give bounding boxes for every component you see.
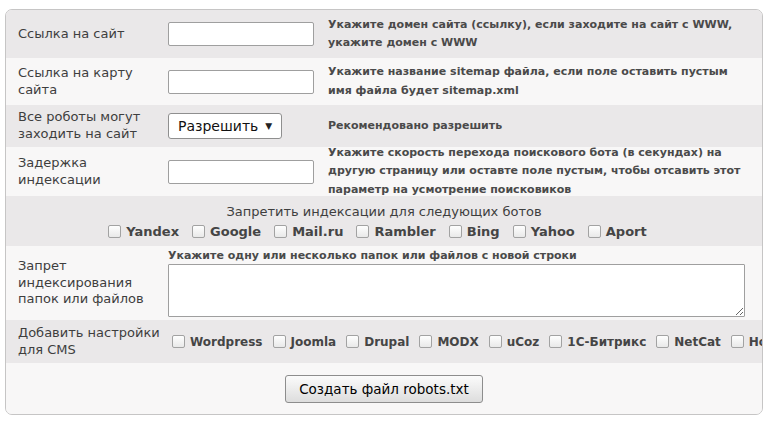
site-link-input[interactable] xyxy=(168,22,314,46)
checkbox-bot-yahoo[interactable]: Yahoo xyxy=(513,224,575,239)
checkbox-icon[interactable] xyxy=(172,335,185,348)
checkbox-icon[interactable] xyxy=(549,335,562,348)
checkbox-icon[interactable] xyxy=(731,335,744,348)
disallow-paths-textarea[interactable] xyxy=(168,264,745,317)
checkbox-icon[interactable] xyxy=(419,335,432,348)
row-crawl-delay: Задержка индексации Укажите скорость пер… xyxy=(6,147,762,196)
checkbox-cms-bitrix[interactable]: 1С-Битрикс xyxy=(549,335,646,349)
checkbox-bot-google[interactable]: Google xyxy=(192,224,261,239)
checkbox-bot-bing[interactable]: Bing xyxy=(449,224,500,239)
checkbox-icon[interactable] xyxy=(108,225,121,238)
cms-list: Wordpress Joomla Drupal MODX uCoz 1С-Бит… xyxy=(168,335,763,349)
crawl-delay-input[interactable] xyxy=(168,160,314,184)
sitemap-link-label: Ссылка на карту сайта xyxy=(18,65,168,99)
checkbox-bot-aport[interactable]: Aport xyxy=(588,224,647,239)
row-block-bots: Запретить индексации для следующих ботов… xyxy=(6,196,762,246)
checkbox-cms-modx[interactable]: MODX xyxy=(419,335,478,349)
checkbox-cms-drupal[interactable]: Drupal xyxy=(346,335,409,349)
block-bots-list: Yandex Google Mail.ru Rambler Bing Yahoo xyxy=(108,224,659,239)
checkbox-icon[interactable] xyxy=(273,335,286,348)
bot-label: Bing xyxy=(467,224,500,239)
cms-item-label: MODX xyxy=(437,335,478,349)
checkbox-bot-rambler[interactable]: Rambler xyxy=(356,224,435,239)
cms-item-label: uCoz xyxy=(507,335,540,349)
crawl-delay-control xyxy=(168,160,328,184)
chevron-down-icon: ▼ xyxy=(265,121,272,131)
row-robots-allow: Все роботы могут заходить на сайт Разреш… xyxy=(6,105,762,147)
robots-allow-select[interactable]: Разрешить ▼ xyxy=(168,113,282,139)
checkbox-bot-yandex[interactable]: Yandex xyxy=(108,224,179,239)
bot-label: Mail.ru xyxy=(292,224,343,239)
disallow-paths-label: Запрет индексирования папок или файлов xyxy=(18,258,168,309)
disallow-paths-control: Укажите одну или несколько папок или фай… xyxy=(168,249,750,317)
checkbox-cms-wordpress[interactable]: Wordpress xyxy=(172,335,263,349)
checkbox-bot-mailru[interactable]: Mail.ru xyxy=(274,224,343,239)
sitemap-link-control xyxy=(168,70,328,94)
bot-label: Aport xyxy=(606,224,647,239)
checkbox-icon[interactable] xyxy=(346,335,359,348)
disallow-paths-hint: Укажите одну или несколько папок или фай… xyxy=(168,249,750,262)
site-link-hint: Укажите домен сайта (ссылку), если заход… xyxy=(328,16,750,52)
site-link-control xyxy=(168,22,328,46)
checkbox-icon[interactable] xyxy=(192,225,205,238)
create-robots-button[interactable]: Создать файл robots.txt xyxy=(285,375,483,403)
bot-label: Rambler xyxy=(374,224,435,239)
checkbox-cms-ucoz[interactable]: uCoz xyxy=(489,335,540,349)
checkbox-icon[interactable] xyxy=(513,225,526,238)
cms-item-label: Joomla xyxy=(291,335,337,349)
bot-label: Yandex xyxy=(126,224,179,239)
bot-label: Google xyxy=(210,224,261,239)
robots-generator-form: Ссылка на сайт Укажите домен сайта (ссыл… xyxy=(5,9,763,415)
cms-item-label: HostCMS xyxy=(749,335,763,349)
checkbox-icon[interactable] xyxy=(449,225,462,238)
checkbox-icon[interactable] xyxy=(489,335,502,348)
robots-allow-hint: Рекомендовано разрешить xyxy=(328,117,750,135)
cms-item-label: Drupal xyxy=(364,335,409,349)
cms-item-label: 1С-Битрикс xyxy=(567,335,646,349)
row-site-link: Ссылка на сайт Укажите домен сайта (ссыл… xyxy=(6,10,762,58)
checkbox-icon[interactable] xyxy=(274,225,287,238)
block-bots-title: Запретить индексации для следующих ботов xyxy=(226,204,541,219)
row-disallow-paths: Запрет индексирования папок или файлов У… xyxy=(6,246,762,320)
cms-item-label: NetCat xyxy=(674,335,721,349)
robots-allow-selected-value: Разрешить xyxy=(178,118,258,134)
checkbox-icon[interactable] xyxy=(356,225,369,238)
sitemap-link-input[interactable] xyxy=(168,70,314,94)
crawl-delay-hint: Укажите скорость перехода поискового бот… xyxy=(328,144,750,198)
checkbox-icon[interactable] xyxy=(656,335,669,348)
cms-item-label: Wordpress xyxy=(190,335,263,349)
robots-allow-control: Разрешить ▼ xyxy=(168,113,328,139)
crawl-delay-label: Задержка индексации xyxy=(18,155,168,189)
checkbox-icon[interactable] xyxy=(588,225,601,238)
checkbox-cms-hostcms[interactable]: HostCMS xyxy=(731,335,763,349)
robots-allow-label: Все роботы могут заходить на сайт xyxy=(18,109,168,143)
row-sitemap-link: Ссылка на карту сайта Укажите название s… xyxy=(6,58,762,105)
bot-label: Yahoo xyxy=(531,224,575,239)
row-submit: Создать файл robots.txt xyxy=(6,363,762,414)
checkbox-cms-joomla[interactable]: Joomla xyxy=(273,335,337,349)
row-cms: Добавить настройки для CMS Wordpress Joo… xyxy=(6,320,762,363)
sitemap-link-hint: Укажите название sitemap файла, если пол… xyxy=(328,63,750,99)
site-link-label: Ссылка на сайт xyxy=(18,26,168,43)
cms-label: Добавить настройки для CMS xyxy=(18,325,168,359)
checkbox-cms-netcat[interactable]: NetCat xyxy=(656,335,721,349)
